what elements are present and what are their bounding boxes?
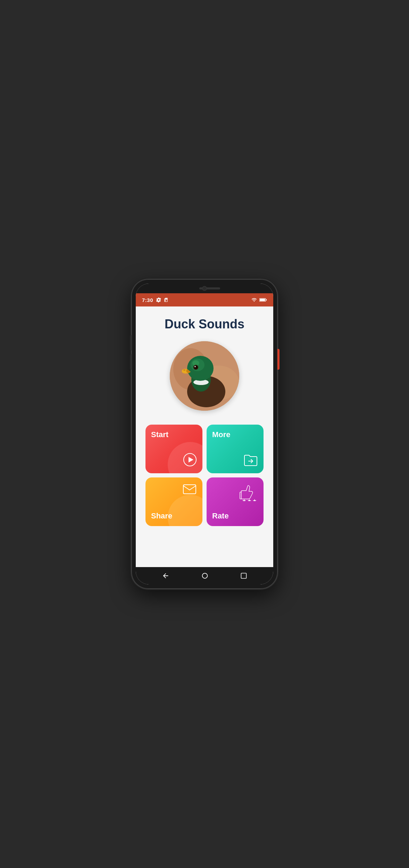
volume-up-button[interactable]: [130, 335, 132, 351]
share-circle-decoration: [168, 495, 202, 526]
svg-point-15: [194, 366, 196, 367]
start-button[interactable]: Start: [145, 425, 202, 473]
svg-point-21: [202, 573, 208, 579]
rate-button[interactable]: ★★★ Rate: [207, 477, 264, 526]
status-time: 7:30: [142, 297, 153, 303]
svg-rect-19: [183, 485, 196, 494]
duck-image: [170, 341, 239, 411]
play-icon: [183, 453, 197, 468]
svg-rect-22: [241, 573, 246, 579]
share-label: Share: [151, 511, 172, 521]
svg-rect-2: [260, 299, 265, 301]
svg-point-14: [194, 366, 198, 369]
volume-down-button[interactable]: [130, 354, 132, 370]
thumbs-up-stars-icon: ★★★: [237, 483, 258, 502]
sim-icon: [164, 297, 168, 303]
status-right-icons: [251, 297, 267, 303]
phone-screen: 7:30: [136, 284, 273, 584]
more-button[interactable]: More: [207, 425, 264, 473]
app-title: Duck Sounds: [165, 317, 244, 331]
back-nav-button[interactable]: [159, 569, 172, 582]
camera-cutout: [202, 286, 207, 291]
back-icon: [162, 572, 169, 580]
bottom-nav: [136, 567, 273, 584]
duck-illustration: [170, 341, 239, 411]
share-button[interactable]: Share: [145, 477, 202, 526]
signal-icon: [251, 297, 257, 303]
battery-icon: [259, 297, 267, 302]
phone-frame: 7:30: [132, 279, 277, 589]
svg-point-16: [183, 369, 185, 371]
notch-area: [136, 284, 273, 293]
svg-rect-1: [266, 299, 267, 300]
power-button[interactable]: [277, 349, 279, 370]
recent-nav-button[interactable]: [237, 570, 250, 582]
buttons-grid: Start More: [145, 425, 264, 526]
settings-icon: [156, 297, 161, 303]
recent-icon: [240, 572, 247, 579]
status-bar: 7:30: [136, 293, 273, 306]
start-label: Start: [151, 430, 168, 439]
home-nav-button[interactable]: [198, 569, 211, 582]
folder-icon: [243, 453, 258, 468]
app-content: Duck Sounds: [136, 306, 273, 567]
rate-label: Rate: [212, 511, 229, 521]
more-label: More: [212, 430, 231, 439]
svg-marker-18: [189, 457, 193, 462]
svg-text:★★★: ★★★: [242, 498, 258, 501]
envelope-icon: [182, 483, 197, 497]
home-icon: [201, 572, 209, 580]
status-icons: [156, 297, 168, 303]
